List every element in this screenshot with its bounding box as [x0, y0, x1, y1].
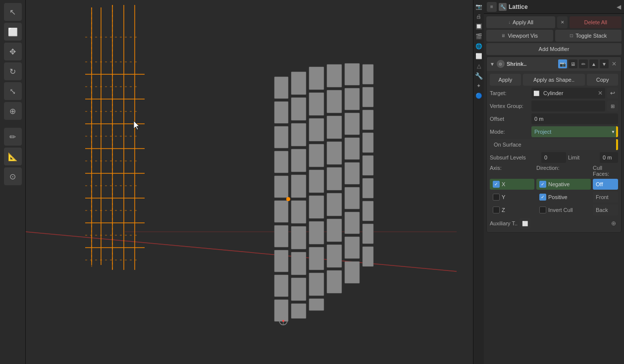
prop-world-icon[interactable]: 🌐 — [474, 42, 483, 51]
svg-rect-87 — [345, 63, 360, 85]
viewport[interactable] — [26, 0, 473, 364]
axis-direction-headers: Axis: Direction: Cull Faces: — [490, 165, 618, 177]
svg-point-109 — [282, 320, 284, 322]
prop-output-icon[interactable]: 🖨 — [474, 12, 483, 21]
axis-x-row[interactable]: ✓ X — [490, 179, 534, 190]
svg-rect-62 — [291, 175, 306, 198]
on-surface-row[interactable]: On Surface — [490, 139, 618, 150]
svg-rect-86 — [327, 270, 342, 293]
prop-modifier-icon[interactable]: 🔧 — [474, 71, 483, 80]
prop-mesh-icon[interactable]: △ — [474, 61, 483, 70]
target-clear-btn[interactable]: ✕ — [595, 88, 605, 99]
prop-render-icon[interactable]: 📷 — [474, 2, 483, 11]
tool-annotate[interactable]: ✏ — [4, 128, 22, 146]
prop-particle-icon[interactable]: ✦ — [474, 81, 483, 90]
direction-invert-row[interactable]: Invert Cull — [536, 205, 591, 215]
modifier-delete-btn[interactable]: ✕ — [610, 60, 618, 68]
direction-positive-row[interactable]: ✓ Positive — [536, 192, 591, 203]
apply-all-btn[interactable]: ↓ Apply All — [486, 16, 555, 28]
properties-toolbar: 📷 🖨 🔲 🎬 🌐 ⬜ △ 🔧 ✦ 🔵 — [473, 0, 484, 364]
header-dropdown-btn[interactable]: ≡ — [487, 2, 497, 12]
vertex-group-icon[interactable]: ⊞ — [607, 101, 618, 111]
axis-z-row[interactable]: Z — [490, 205, 534, 215]
left-toolbar: ↖ ⬜ ✥ ↻ ⤡ ⊕ ✏ 📐 ⊙ — [0, 0, 26, 364]
modifier-block: ▼ ⊙ Shrink.. 📷 🖥 ✏ ▲ ▼ ✕ — [486, 56, 622, 233]
svg-rect-88 — [345, 88, 360, 110]
apply-btn[interactable]: Apply — [490, 74, 521, 86]
prop-object-icon[interactable]: ⬜ — [474, 52, 483, 60]
svg-rect-100 — [363, 156, 373, 175]
copy-btn[interactable]: Copy — [587, 74, 618, 86]
svg-rect-48 — [274, 77, 288, 99]
target-value: Cylinder — [541, 90, 595, 96]
cull-back-label: Back — [596, 207, 608, 213]
target-row: Target: ⬜ Cylinder ✕ ↩ — [490, 88, 618, 99]
panel-body: ↓ Apply All ✕ Delete All 🖥 Viewport Vis — [484, 14, 624, 235]
svg-rect-97 — [363, 87, 373, 107]
svg-rect-49 — [274, 102, 288, 123]
direction-label: Direction: — [536, 165, 591, 177]
auxiliary-icon-btn[interactable]: ⬜ — [520, 218, 530, 229]
axis-y-checkbox[interactable] — [493, 194, 500, 201]
tool-select[interactable]: ↖ — [4, 3, 22, 21]
subsurf-limit-row: Subsurf Levels 0 Limit 0 m — [490, 152, 618, 163]
svg-rect-73 — [309, 196, 324, 218]
offset-field[interactable]: 0 m — [531, 113, 618, 124]
offset-row: Offset 0 m — [490, 113, 618, 124]
svg-rect-96 — [363, 64, 373, 84]
axis-x-checkbox[interactable]: ✓ — [493, 181, 500, 188]
delete-all-btn[interactable]: Delete All — [570, 16, 622, 28]
modifier-down-btn[interactable]: ▼ — [600, 59, 609, 68]
modifier-collapse-btn[interactable]: ▼ — [490, 61, 495, 67]
tool-box-select[interactable]: ⬜ — [4, 23, 22, 41]
tool-scale[interactable]: ⤡ — [4, 82, 22, 100]
add-modifier-btn[interactable]: Add Modifier — [486, 43, 622, 55]
svg-rect-54 — [274, 225, 288, 247]
vertex-group-field[interactable] — [531, 101, 605, 111]
subsurf-value-field[interactable]: 0 — [541, 152, 566, 163]
toggle-stack-btn[interactable]: ⊡ Toggle Stack — [555, 30, 622, 42]
prop-view-icon[interactable]: 🔲 — [474, 22, 483, 31]
direction-negative-row[interactable]: ✓ Negative — [536, 179, 591, 190]
modifier-up-btn[interactable]: ▲ — [589, 59, 598, 68]
tool-transform[interactable]: ⊕ — [4, 102, 22, 120]
cull-faces-back[interactable]: Back — [593, 205, 618, 215]
direction-negative-checkbox[interactable]: ✓ — [539, 181, 546, 188]
apply-as-shape-btn[interactable]: Apply as Shape.. — [523, 74, 585, 86]
svg-rect-101 — [363, 178, 373, 198]
axis-y-row[interactable]: Y — [490, 192, 534, 203]
limit-label: Limit — [568, 155, 598, 160]
prop-physics-icon[interactable]: 🔵 — [474, 91, 483, 100]
svg-rect-79 — [327, 90, 342, 113]
axis-x-label: X — [502, 181, 505, 187]
modifier-render-icon[interactable]: 📷 — [558, 59, 567, 68]
apply-all-x-btn[interactable]: ✕ — [557, 16, 568, 28]
axis-z-checkbox[interactable] — [493, 207, 500, 213]
svg-rect-77 — [309, 299, 324, 311]
target-field[interactable]: ⬜ Cylinder ✕ — [531, 88, 605, 99]
svg-rect-104 — [363, 247, 373, 266]
svg-rect-55 — [274, 250, 288, 272]
target-eyedrop-btn[interactable]: ↩ — [607, 88, 618, 99]
modifier-edit-icon[interactable]: ✏ — [579, 59, 588, 68]
modifier-viewport-icon[interactable]: 🖥 — [569, 59, 577, 68]
direction-invert-checkbox[interactable] — [539, 207, 546, 213]
panel-title: Lattice — [509, 3, 528, 10]
tool-rotate[interactable]: ↻ — [4, 62, 22, 80]
svg-rect-72 — [309, 170, 324, 193]
tool-move[interactable]: ✥ — [4, 43, 22, 60]
viewport-vis-btn[interactable]: 🖥 Viewport Vis — [486, 30, 553, 42]
limit-value-field[interactable]: 0 m — [600, 152, 618, 163]
prop-scene-icon[interactable]: 🎬 — [474, 32, 483, 41]
cull-faces-front[interactable]: Front — [593, 192, 618, 203]
svg-rect-82 — [327, 167, 342, 190]
svg-rect-102 — [363, 201, 373, 221]
panel-close-btn[interactable]: ◀ — [617, 3, 621, 10]
mode-dropdown[interactable]: Project ▼ — [531, 126, 618, 137]
direction-positive-checkbox[interactable]: ✓ — [539, 194, 546, 201]
auxiliary-eyedrop-btn[interactable]: ⊕ — [609, 219, 618, 228]
tool-measure[interactable]: 📐 — [4, 148, 22, 165]
offset-value: 0 m — [534, 116, 543, 122]
tool-cursor[interactable]: ⊙ — [4, 167, 22, 185]
cull-faces-off[interactable]: Off — [593, 179, 618, 190]
